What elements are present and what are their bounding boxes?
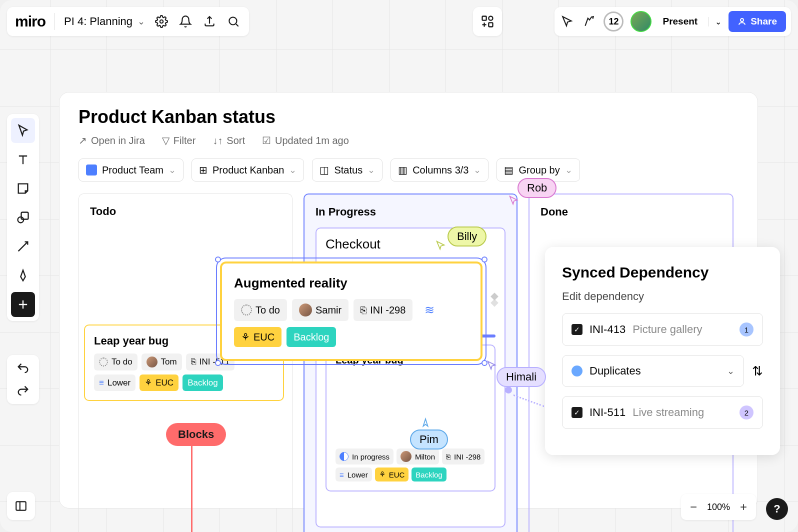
status-filter-label: Status xyxy=(334,164,362,176)
resize-handle[interactable] xyxy=(215,256,221,262)
priority-icon: ≡ xyxy=(340,470,344,479)
assignee-tag: Samir xyxy=(292,299,348,321)
priority-tag: ≋ xyxy=(418,299,442,321)
board-filter-label: Product Kanban xyxy=(212,164,284,176)
dependency-panel: Synced Dependency Edit dependency ✓ INI-… xyxy=(545,247,780,455)
zoom-out-button[interactable]: − xyxy=(690,500,697,514)
user-avatar[interactable] xyxy=(630,11,652,32)
columns-filter[interactable]: ▥Columns 3/3⌄ xyxy=(390,158,488,182)
status-filter[interactable]: ◫Status⌄ xyxy=(312,158,382,182)
team-label: EUC xyxy=(254,332,274,343)
board-filter[interactable]: ⊞Product Kanban⌄ xyxy=(192,158,304,182)
dependency-count-badge: 1 xyxy=(740,322,754,336)
open-jira-label: Open in Jira xyxy=(91,135,145,146)
filter-button[interactable]: ▽Filter xyxy=(162,134,196,146)
open-in-jira-link[interactable]: ↗Open in Jira xyxy=(78,134,145,146)
key-tag: ⎘INI -298 xyxy=(354,299,412,321)
sprint-label: Backlog xyxy=(188,378,218,388)
chevron-down-icon: ⌄ xyxy=(727,366,734,376)
undo-button[interactable] xyxy=(11,359,35,378)
brand-logo[interactable]: miro xyxy=(15,13,46,30)
sort-button[interactable]: ↓↑Sort xyxy=(212,134,245,146)
sort-icon: ↓↑ xyxy=(212,135,222,146)
blocks-connector-label[interactable]: Blocks xyxy=(166,423,226,446)
team-tag: ⚘EUC xyxy=(234,327,282,347)
present-button[interactable]: Present xyxy=(658,16,702,27)
team-tag: ⚘EUC xyxy=(140,374,178,391)
swap-icon[interactable]: ⇅ xyxy=(752,364,763,379)
dependency-key: INI-413 xyxy=(590,323,626,336)
chip-icon: ⎘ xyxy=(191,357,196,367)
todo-status-icon xyxy=(99,358,108,366)
card-leap-year-bug-progress[interactable]: Leap year bug In progress Milton ⎘INI -2… xyxy=(326,344,496,492)
zoom-in-button[interactable]: + xyxy=(740,500,747,514)
key-label: INI -298 xyxy=(454,452,480,461)
priority-label: Lower xyxy=(348,470,368,479)
team-icon xyxy=(86,164,97,176)
relation-select[interactable]: Duplicates ⌄ xyxy=(562,355,744,387)
dependency-key: INI-511 xyxy=(590,406,626,419)
help-button[interactable]: ? xyxy=(766,498,788,520)
column-todo[interactable]: Todo Leap year bug To do Tom ⎘INI -511 ≡… xyxy=(78,194,292,532)
resize-handle[interactable] xyxy=(215,360,221,366)
chip-icon: ⎘ xyxy=(360,304,366,316)
select-tool[interactable] xyxy=(11,118,35,143)
settings-icon[interactable] xyxy=(154,14,169,29)
board-name-dropdown[interactable]: PI 4: Planning ⌄ xyxy=(64,15,145,28)
assignee-label: Tom xyxy=(161,357,177,367)
frame-title[interactable]: Product Kanban status xyxy=(78,106,738,128)
frames-panel-button[interactable] xyxy=(7,492,35,520)
jira-icon xyxy=(485,291,504,312)
priority-icon: ≋ xyxy=(424,303,434,317)
bell-icon[interactable] xyxy=(178,14,193,29)
priority-tag: ≡Lower xyxy=(94,374,136,391)
team-filter[interactable]: Product Team⌄ xyxy=(78,158,184,182)
undo-redo-toolbar xyxy=(7,355,39,404)
filter-icon: ▽ xyxy=(162,134,170,146)
dependency-name: Live streaming xyxy=(632,406,732,419)
updated-status: ☑Updated 1m ago xyxy=(262,134,349,146)
column-title: Done xyxy=(540,206,722,218)
assignee-tag: Tom xyxy=(142,354,182,370)
dependency-item-2[interactable]: ✓ INI-511 Live streaming 2 xyxy=(562,396,763,429)
dependency-item-1[interactable]: ✓ INI-413 Picture gallery 1 xyxy=(562,313,763,346)
avatar-icon xyxy=(146,356,158,368)
more-tools[interactable] xyxy=(11,292,35,317)
participant-count[interactable]: 12 xyxy=(604,12,624,32)
cursor-icon[interactable] xyxy=(560,14,574,29)
zoom-level[interactable]: 100% xyxy=(707,502,730,512)
connector-line xyxy=(191,445,192,532)
sprint-tag: Backlog xyxy=(412,468,446,482)
status-icon: ◫ xyxy=(320,164,329,176)
chevron-down-icon: ⌄ xyxy=(138,16,145,27)
checkbox-icon[interactable]: ✓ xyxy=(572,324,582,335)
columns-icon: ▥ xyxy=(398,164,408,176)
search-icon[interactable] xyxy=(226,14,241,29)
export-icon[interactable] xyxy=(202,14,217,29)
columns-filter-label: Columns 3/3 xyxy=(412,164,468,176)
text-tool[interactable] xyxy=(11,147,35,172)
reactions-icon[interactable] xyxy=(582,14,596,29)
status-tag: To do xyxy=(94,354,138,370)
frame-meta: ↗Open in Jira ▽Filter ↓↑Sort ☑Updated 1m… xyxy=(78,134,738,146)
checkbox-icon[interactable]: ✓ xyxy=(572,407,582,418)
apps-button[interactable] xyxy=(473,7,502,36)
redo-button[interactable] xyxy=(11,382,35,400)
share-button[interactable]: Share xyxy=(728,11,786,32)
pen-tool[interactable] xyxy=(11,263,35,288)
svg-point-3 xyxy=(488,16,492,20)
svg-point-0 xyxy=(160,20,164,24)
card-augmented-reality[interactable]: Augmented reality To do Samir ⎘INI -298 … xyxy=(220,262,482,361)
inprogress-status-icon xyxy=(340,452,348,461)
people-icon: ⚘ xyxy=(144,378,152,388)
shape-tool[interactable] xyxy=(11,205,35,230)
resize-handle[interactable] xyxy=(482,256,488,262)
chevron-down-icon: ⌄ xyxy=(289,164,296,176)
present-dropdown[interactable]: ⌄ xyxy=(708,17,722,26)
priority-tag: ≡Lower xyxy=(336,468,372,482)
sticky-note-tool[interactable] xyxy=(11,176,35,201)
avatar-icon xyxy=(299,304,312,316)
sprint-label: Backlog xyxy=(416,470,442,479)
connector-tool[interactable] xyxy=(11,234,35,259)
svg-rect-4 xyxy=(488,22,492,26)
